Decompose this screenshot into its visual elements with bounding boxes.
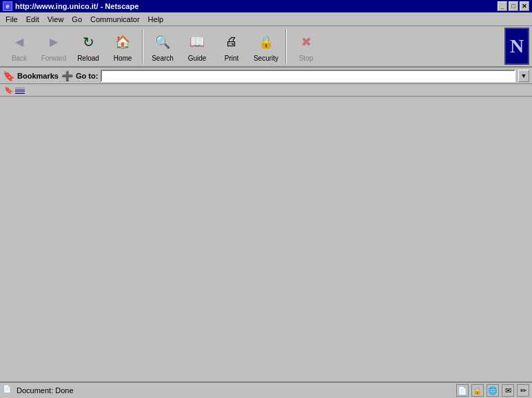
url-input[interactable] — [101, 70, 515, 82]
print-icon — [221, 31, 243, 53]
url-dropdown[interactable]: ▼ — [518, 70, 529, 82]
maximize-button[interactable]: □ — [509, 1, 518, 11]
print-button[interactable]: Print — [215, 28, 248, 65]
close-button[interactable]: ✕ — [520, 1, 529, 11]
search-icon — [152, 31, 174, 53]
status-icon-edit: ✏ — [517, 384, 529, 397]
title-bar-left: e http://www.ing.unico.it/ - Netscape — [3, 1, 139, 11]
search-button[interactable]: Search — [146, 28, 179, 65]
security-icon — [255, 31, 277, 53]
status-text: Document: Done — [17, 386, 453, 395]
back-label: Back — [12, 54, 27, 62]
guide-icon — [186, 31, 208, 53]
reload-label: Reload — [77, 54, 99, 62]
forward-icon — [43, 31, 65, 53]
print-label: Print — [225, 54, 239, 62]
location-bar: 🔖 Bookmarks ➕ Go to: ▼ — [0, 68, 532, 84]
title-icon: e — [3, 1, 12, 11]
reload-button[interactable]: Reload — [72, 28, 105, 65]
menu-file[interactable]: File — [1, 12, 22, 26]
status-icon-mail: ✉ — [502, 384, 514, 397]
home-icon — [112, 31, 134, 53]
stop-label: Stop — [299, 54, 314, 62]
menu-bar: File Edit View Go Communicator Help — [0, 12, 532, 26]
window-title: http://www.ing.unico.it/ - Netscape — [15, 2, 139, 10]
forward-button[interactable]: Forward — [37, 28, 70, 65]
back-button[interactable]: Back — [3, 28, 36, 65]
stop-button[interactable]: Stop — [289, 28, 323, 65]
menu-help[interactable]: Help — [144, 12, 168, 26]
small-arrow-icon: 🔖 — [3, 85, 14, 96]
secondary-bar-text: iiiiiii — [15, 87, 25, 94]
menu-view[interactable]: View — [43, 12, 68, 26]
bookmarks-icon: 🔖 — [3, 70, 14, 81]
toolbar: Back Forward Reload Home Search Guide Pr… — [0, 26, 532, 68]
stop-icon — [295, 31, 317, 53]
menu-go[interactable]: Go — [68, 12, 86, 26]
security-label: Security — [254, 54, 278, 62]
main-content — [0, 97, 532, 368]
reload-icon — [77, 31, 99, 53]
security-button[interactable]: Security — [249, 28, 283, 65]
forward-label: Forward — [41, 54, 67, 62]
status-icon-network: 🌐 — [487, 384, 499, 397]
minimize-button[interactable]: _ — [498, 1, 507, 11]
status-right-icons: 📄 🔒 🌐 ✉ ✏ — [456, 384, 529, 397]
status-icon-lock: 🔒 — [471, 384, 484, 397]
bookmarks-label: Bookmarks — [17, 72, 59, 80]
toolbar-separator-2 — [285, 29, 287, 63]
bookmarks-add-icon: ➕ — [61, 70, 73, 81]
status-bar: 📄 Document: Done 📄 🔒 🌐 ✉ ✏ — [0, 381, 532, 398]
back-icon — [8, 31, 30, 53]
guide-button[interactable]: Guide — [181, 28, 214, 65]
status-page-icon: 📄 — [3, 385, 14, 396]
netscape-logo: N — [504, 28, 529, 65]
secondary-bar: 🔖 iiiiiii — [0, 84, 532, 97]
search-label: Search — [152, 54, 174, 62]
home-label: Home — [114, 54, 132, 62]
menu-edit[interactable]: Edit — [22, 12, 43, 26]
home-button[interactable]: Home — [106, 28, 139, 65]
title-controls: _ □ ✕ — [498, 1, 529, 11]
menu-communicator[interactable]: Communicator — [86, 12, 144, 26]
toolbar-separator-1 — [142, 29, 143, 63]
title-bar: e http://www.ing.unico.it/ - Netscape _ … — [0, 0, 532, 12]
goto-label: Go to: — [76, 72, 98, 80]
status-icon-doc: 📄 — [456, 384, 469, 397]
guide-label: Guide — [188, 54, 207, 62]
